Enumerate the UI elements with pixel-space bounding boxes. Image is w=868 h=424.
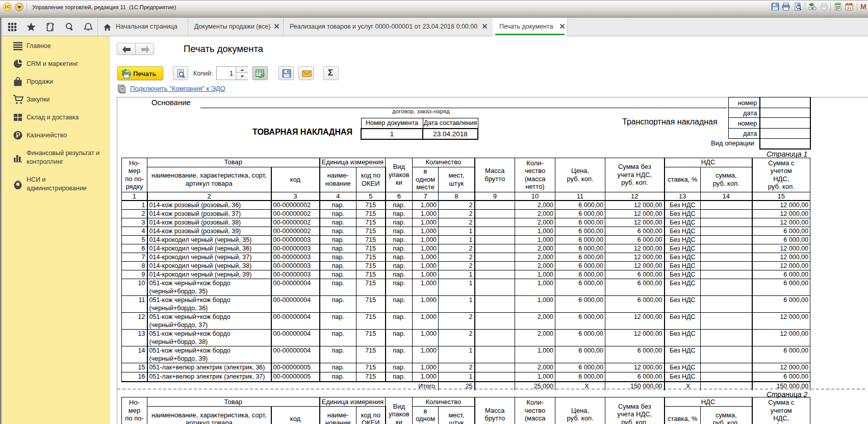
svg-text:31: 31: [847, 6, 852, 10]
svg-text:ЭДО: ЭДО: [119, 90, 125, 93]
